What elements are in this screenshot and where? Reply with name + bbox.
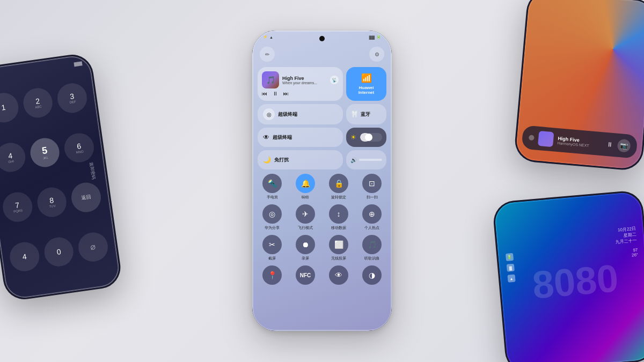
wifi-card[interactable]: 📶 Huawei Internet bbox=[346, 67, 386, 101]
signal-bars: ▓▓ bbox=[369, 35, 375, 39]
screenrecord-label: 录屏 bbox=[302, 256, 309, 261]
bell-label: 响铃 bbox=[302, 195, 309, 200]
top-action-buttons: ✏ ⚙ bbox=[258, 47, 386, 62]
phone-bottomright-screen: 🔋 ▓ ▲ 8 0 8 0 10月22日星期二九月二十一 9726° bbox=[494, 191, 644, 362]
wifi-icon: 📶 bbox=[361, 73, 372, 83]
phone-topright-screen: High Five HarmonyOS NEXT ⏸ 📷 bbox=[515, 0, 644, 170]
numpad-1[interactable]: 1 bbox=[0, 91, 20, 124]
numpad-0[interactable]: 0 bbox=[42, 235, 76, 269]
topright-record-icon bbox=[529, 135, 535, 141]
color-circle: ◑ bbox=[362, 265, 382, 285]
brightness-row: 👁 超级终端 ☀ bbox=[258, 128, 386, 147]
volume-card[interactable]: 🔊 bbox=[346, 150, 386, 169]
scan-label: 扫一扫 bbox=[367, 195, 378, 200]
cast-label: 无线投屏 bbox=[331, 256, 346, 261]
album-art: 🎵 bbox=[262, 71, 279, 88]
cast-icon-item[interactable]: ⬜ 无线投屏 bbox=[324, 235, 353, 261]
br-signal-icon: ▓ bbox=[507, 264, 515, 272]
track-subtitle: When your dreams... bbox=[282, 81, 327, 85]
brightness-toggle[interactable]: 👁 超级终端 bbox=[258, 128, 343, 147]
phone-bottomright: 🔋 ▓ ▲ 8 0 8 0 10月22日星期二九月二十一 9726° bbox=[492, 189, 644, 362]
location-icon-item[interactable]: 📍 bbox=[258, 265, 287, 285]
track-title: High Five bbox=[282, 76, 327, 81]
bluetooth-status-icon: ⚡ bbox=[263, 35, 268, 39]
left-status-bar: 9:41 ▓▓▓ bbox=[0, 61, 83, 79]
airplane-circle: ✈ bbox=[296, 204, 315, 224]
numpad-star[interactable]: 4 bbox=[8, 240, 41, 274]
hotspot-label: 个人热点 bbox=[364, 225, 379, 231]
music-info: High Five When your dreams... bbox=[282, 76, 327, 85]
numpad-fp[interactable]: ⌀ bbox=[77, 231, 110, 264]
numpad-8[interactable]: 8TUV bbox=[35, 186, 69, 219]
wifi-status-icon: ▲ bbox=[269, 35, 273, 39]
screenrecord-circle: ⏺ bbox=[296, 235, 315, 254]
numpad-4[interactable]: 4GHI bbox=[0, 141, 27, 174]
screenshot-label: 截屏 bbox=[268, 256, 276, 261]
speaker-icon: 🔊 bbox=[350, 157, 357, 163]
rotate-lock-label: 旋转锁定 bbox=[331, 195, 346, 200]
quick-actions-grid-2: ◎ 华为分享 ✈ 飞行模式 ↕ 移动数据 ⊕ 个人热点 bbox=[258, 204, 386, 231]
clock-display: 8 0 8 0 bbox=[531, 258, 618, 304]
time-digit-1: 8 bbox=[531, 264, 553, 305]
flashlight-label: 手电筒 bbox=[267, 195, 278, 200]
moon-icon: 🌙 bbox=[263, 156, 271, 164]
rotate-lock-icon-item[interactable]: 🔒 旋转锁定 bbox=[324, 174, 353, 200]
battery-icon: 🔋 bbox=[376, 35, 381, 39]
topright-playback-controls: ⏸ bbox=[606, 141, 613, 149]
topright-pause-button[interactable]: ⏸ bbox=[606, 141, 613, 149]
music-player-card[interactable]: 🎵 High Five When your dreams... 📡 ⏮ ⏸ ⏭ bbox=[258, 67, 343, 101]
scan-icon-item[interactable]: ⊡ 扫一扫 bbox=[357, 174, 386, 200]
super-terminal-card[interactable]: ◎ 超级终端 bbox=[258, 104, 343, 124]
flashlight-icon-item[interactable]: 🔦 手电筒 bbox=[258, 174, 287, 200]
dnd-card[interactable]: 🌙 免打扰 bbox=[258, 150, 343, 169]
data-label: 移动数据 bbox=[331, 225, 346, 231]
nfc-circle: NFC bbox=[296, 265, 315, 285]
time-digit-4: 0 bbox=[595, 258, 618, 299]
bluetooth-card[interactable]: 🦷 蓝牙 bbox=[346, 104, 386, 124]
music-recog-icon-item[interactable]: 🎵 听歌识曲 bbox=[357, 235, 386, 261]
numpad-5[interactable]: 5JKL bbox=[28, 136, 62, 169]
location-circle: 📍 bbox=[262, 265, 282, 285]
numpad-back[interactable]: 返回 bbox=[70, 181, 103, 214]
screenshot-icon-item[interactable]: ✂ 截屏 bbox=[258, 235, 287, 261]
bluetooth-label: 蓝牙 bbox=[361, 111, 370, 118]
accessibility-icon-item[interactable]: 👁 bbox=[324, 265, 353, 285]
numpad-6[interactable]: 6MNO bbox=[63, 131, 96, 164]
br-battery-icon: 🔋 bbox=[506, 253, 514, 261]
quick-actions-grid-3: ✂ 截屏 ⏺ 录屏 ⬜ 无线投屏 🎵 听歌识曲 bbox=[258, 235, 386, 261]
brightness-slider-card[interactable]: ☀ bbox=[346, 128, 386, 147]
front-camera bbox=[319, 36, 325, 41]
phone-center-screen: ⚡ ▲ ▓▓ 🔋 ✏ ⚙ 🎵 High Five bbox=[252, 31, 392, 331]
accessibility-circle: 👁 bbox=[329, 265, 348, 285]
time-digit-3: 8 bbox=[574, 261, 596, 301]
screenrecord-icon-item[interactable]: ⏺ 录屏 bbox=[291, 235, 320, 261]
edit-button[interactable]: ✏ bbox=[260, 47, 275, 62]
pause-button[interactable]: ⏸ bbox=[273, 91, 278, 97]
numpad-2[interactable]: 2ABC bbox=[21, 86, 55, 120]
bluetooth-icon: 🦷 bbox=[350, 110, 358, 118]
numpad-3[interactable]: 3DEF bbox=[56, 82, 89, 115]
control-panel: ✏ ⚙ 🎵 High Five When your dreams... 📡 bbox=[258, 47, 386, 326]
bell-icon-item[interactable]: 🔔 响铃 bbox=[291, 174, 320, 200]
brightness-label: 超级终端 bbox=[273, 134, 292, 141]
nfc-icon-item[interactable]: NFC bbox=[291, 265, 320, 285]
bell-circle: 🔔 bbox=[296, 174, 315, 193]
numpad-7[interactable]: 7PQRS bbox=[1, 190, 34, 224]
settings-button[interactable]: ⚙ bbox=[369, 47, 384, 62]
volume-slider[interactable] bbox=[359, 159, 382, 161]
prev-button[interactable]: ⏮ bbox=[262, 91, 267, 97]
share-icon-item[interactable]: ◎ 华为分享 bbox=[258, 204, 287, 231]
brightness-slider-track[interactable] bbox=[360, 133, 382, 142]
color-icon-item[interactable]: ◑ bbox=[357, 265, 386, 285]
hotspot-icon-item[interactable]: ⊕ 个人热点 bbox=[357, 204, 386, 231]
eye-icon: 👁 bbox=[263, 134, 269, 141]
bottom-icons-row: 📍 NFC 👁 ◑ bbox=[258, 265, 386, 285]
airplane-icon-item[interactable]: ✈ 飞行模式 bbox=[291, 204, 320, 231]
topright-camera-button[interactable]: 📷 bbox=[617, 139, 631, 153]
data-icon-item[interactable]: ↕ 移动数据 bbox=[324, 204, 353, 231]
share-circle: ◎ bbox=[262, 204, 282, 224]
next-button[interactable]: ⏭ bbox=[283, 91, 289, 97]
numpad-grid: 1 2ABC 3DEF 4GHI 5JKL 6MNO 7PQRS 8TUV 返回… bbox=[0, 82, 112, 289]
wifi-label: Huawei Internet bbox=[350, 85, 382, 95]
topright-music-info: High Five HarmonyOS NEXT bbox=[557, 136, 603, 149]
